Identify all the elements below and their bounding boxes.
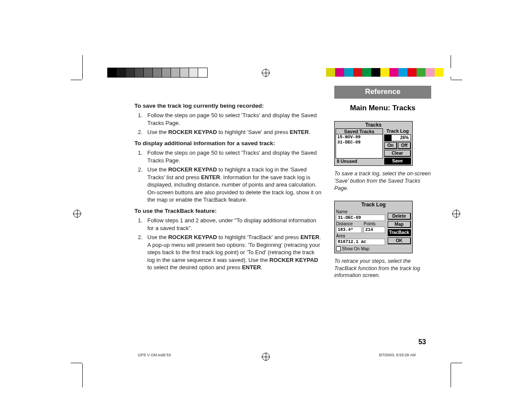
swatch [380,68,389,77]
gps-tracks-screen: Tracks Saved Tracks 15-NOV-99 31-DEC-09 … [334,121,413,166]
heading-use-trackback: To use the TrackBack feature: [134,207,322,215]
steps-use-trackback: Follow steps 1 and 2 above, under "To di… [134,217,322,271]
swatch [135,68,144,77]
swatch [144,68,153,77]
swatch [126,68,135,77]
map-button: Map [388,221,411,228]
step: Use the ROCKER KEYPAD to highlight 'Save… [146,128,322,136]
crop-mark [71,363,82,363]
figure-caption: To retrace your steps, select the TracBa… [334,258,431,280]
swatch [344,68,353,77]
track-log-bar [385,135,392,141]
footer-filename: GPS V OM.indd 53 [138,353,171,357]
crop-mark [82,363,83,387]
step: Follow the steps on page 50 to select 'T… [146,112,322,127]
checkbox-icon [336,246,341,251]
swatch [198,68,207,77]
track-log-percent: 26% [384,134,411,141]
swatch [326,68,335,77]
gps-screen-title: Track Log [335,201,412,208]
save-button: Save [384,158,411,165]
track-log-panel: Track Log 26% On Off Clear Save [384,128,412,165]
crop-mark [451,363,462,363]
swatch [417,68,426,77]
distance-label: Distance [336,221,362,226]
heading-display-saved-track: To display additional information for a … [134,140,322,147]
gps-track-log-screen: Track Log Name Delete Map TracBack OK 31… [334,201,413,253]
footer-timestamp: 5/7/2003, 8:53:28 AM [379,353,416,357]
show-on-map-checkbox: Show On Map [336,246,385,251]
crop-mark [71,80,82,80]
points-label: Points [364,221,385,226]
step: Use the ROCKER KEYPAD to highlight a tra… [146,166,322,204]
swatch [408,68,417,77]
steps-display-saved-track: Follow the steps on page 50 to select 'T… [134,149,322,204]
swatch [162,68,171,77]
crop-mark [82,55,83,79]
grayscale-swatch-strip [108,68,207,77]
swatch [171,68,180,77]
section-title: Main Menu: Tracks [334,104,431,112]
step: Follow the steps on page 50 to select 'T… [146,149,322,164]
area-label: Area [336,234,385,238]
saved-track-item: 15-NOV-99 [337,135,381,140]
registration-mark-icon [452,210,460,218]
name-value: 31-DEC-09 [336,215,385,221]
crop-mark [451,363,451,387]
swatch [117,68,126,77]
name-label: Name [336,209,385,214]
swatch [108,68,117,77]
area-value: 816712.1 ac [336,239,385,245]
registration-mark-icon [73,210,81,218]
reference-banner: Reference [334,86,431,99]
sidebar-column: Reference Main Menu: Tracks Tracks Saved… [334,86,431,288]
page-number: 53 [418,338,426,346]
points-value: 214 [364,227,385,233]
swatch [362,68,371,77]
swatch [389,68,398,77]
manual-page: To save the track log currently being re… [83,80,451,363]
swatch [426,68,435,77]
instructions-column: To save the track log currently being re… [134,99,322,274]
swatch [353,68,362,77]
swatch [444,68,453,77]
steps-save-track-log: Follow the steps on page 50 to select 'T… [134,112,322,136]
distance-value: 183.4º [336,227,362,233]
tracback-button: TracBack [388,229,411,236]
figure-caption: To save a track log, select the on-scree… [334,170,431,192]
off-button: Off [398,142,411,149]
saved-track-item: 31-DEC-09 [337,140,381,145]
saved-tracks-panel: Saved Tracks 15-NOV-99 31-DEC-09 8 Unuse… [336,128,383,164]
color-swatch-strip [326,68,453,77]
ok-button: OK [388,237,411,244]
on-button: On [384,142,397,149]
track-log-header: Track Log [384,128,411,134]
swatch [435,68,444,77]
swatch [371,68,380,77]
crop-mark [451,80,462,80]
swatch [189,68,198,77]
gps-screen-title: Tracks [335,121,412,128]
step: Follow steps 1 and 2 above, under "To di… [146,217,322,232]
swatch [398,68,408,77]
swatch [180,68,189,77]
heading-save-track-log: To save the track log currently being re… [134,102,322,110]
swatch [335,68,344,77]
swatch [153,68,162,77]
clear-button: Clear [384,150,411,157]
step: Use the ROCKER KEYPAD to highlight 'Trac… [146,234,322,271]
unused-count: 8 Unused [336,158,383,164]
registration-mark-icon [262,69,270,77]
saved-tracks-header: Saved Tracks [336,129,383,134]
delete-button: Delete [388,213,411,220]
